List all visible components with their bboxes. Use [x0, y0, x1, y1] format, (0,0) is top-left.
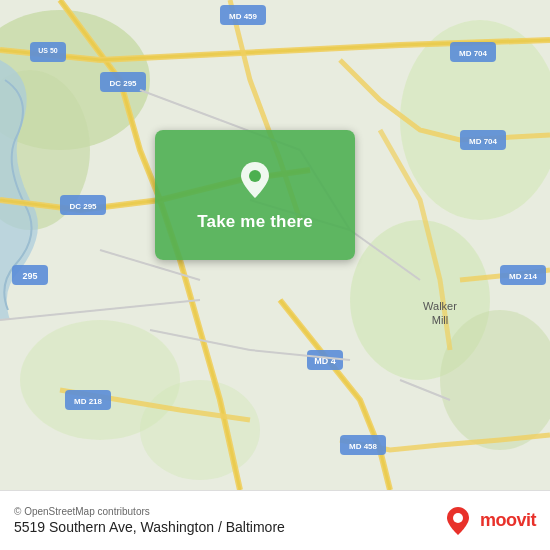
osm-credit: © OpenStreetMap contributors — [14, 506, 285, 517]
svg-text:MD 458: MD 458 — [349, 442, 378, 451]
svg-text:DC 295: DC 295 — [109, 79, 137, 88]
svg-text:295: 295 — [22, 271, 37, 281]
moovit-logo: moovit — [442, 505, 536, 537]
svg-point-43 — [453, 513, 463, 523]
footer-info: © OpenStreetMap contributors 5519 Southe… — [14, 506, 285, 535]
address-line: 5519 Southern Ave, Washington / Baltimor… — [14, 519, 285, 535]
moovit-brand-name: moovit — [480, 510, 536, 531]
svg-text:Walker: Walker — [423, 300, 457, 312]
map-container: 295 US 50 DC 295 DC 295 MD 459 MD 704 MD… — [0, 0, 550, 490]
svg-text:DC 295: DC 295 — [69, 202, 97, 211]
svg-text:MD 459: MD 459 — [229, 12, 258, 21]
svg-text:MD 704: MD 704 — [469, 137, 498, 146]
take-me-there-label: Take me there — [197, 212, 313, 232]
svg-text:MD 214: MD 214 — [509, 272, 538, 281]
footer: © OpenStreetMap contributors 5519 Southe… — [0, 490, 550, 550]
map-pin-icon — [233, 158, 277, 202]
svg-text:MD 704: MD 704 — [459, 49, 488, 58]
take-me-there-button[interactable]: Take me there — [155, 130, 355, 260]
svg-text:US 50: US 50 — [38, 47, 58, 54]
svg-point-42 — [249, 170, 261, 182]
svg-text:MD 218: MD 218 — [74, 397, 103, 406]
svg-text:Mill: Mill — [432, 314, 449, 326]
moovit-icon — [442, 505, 474, 537]
svg-point-7 — [140, 380, 260, 480]
